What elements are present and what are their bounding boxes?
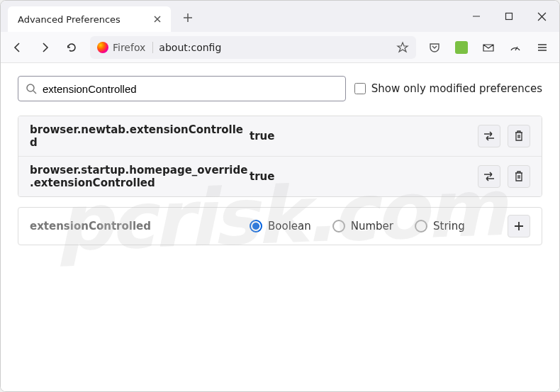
show-modified-label: Show only modified preferences xyxy=(371,82,542,95)
close-tab-icon[interactable] xyxy=(151,13,164,26)
browser-tab[interactable]: Advanced Preferences xyxy=(8,6,171,32)
type-label: Boolean xyxy=(268,220,311,233)
radio-icon xyxy=(332,220,345,233)
new-tab-button[interactable] xyxy=(177,6,199,29)
url-bar[interactable]: Firefox about:config xyxy=(90,36,416,59)
nav-toolbar: Firefox about:config xyxy=(1,32,559,63)
identity-box[interactable]: Firefox xyxy=(97,42,153,53)
toggle-button[interactable] xyxy=(478,125,500,147)
titlebar: Advanced Preferences xyxy=(1,1,559,32)
toggle-button[interactable] xyxy=(478,165,500,188)
gauge-icon[interactable] xyxy=(504,36,527,59)
radio-icon xyxy=(415,220,427,233)
pocket-icon[interactable] xyxy=(423,36,446,59)
svg-point-1 xyxy=(27,84,34,91)
preference-value: true xyxy=(250,170,478,183)
delete-button[interactable] xyxy=(508,125,530,147)
close-window-button[interactable] xyxy=(525,1,558,32)
forward-button[interactable] xyxy=(33,36,56,59)
preference-value: true xyxy=(250,130,478,142)
bookmark-star-icon[interactable] xyxy=(396,41,409,54)
maximize-button[interactable] xyxy=(493,1,525,32)
show-modified-checkbox[interactable] xyxy=(354,83,366,94)
content-area: Show only modified preferences browser.n… xyxy=(1,63,559,391)
search-icon xyxy=(26,83,37,94)
show-modified-checkbox-row[interactable]: Show only modified preferences xyxy=(354,82,542,95)
minimize-button[interactable] xyxy=(460,1,493,32)
type-label: String xyxy=(433,220,465,233)
menu-button[interactable] xyxy=(531,36,554,59)
preference-list: browser.newtab.extensionControlled true … xyxy=(18,116,542,197)
preference-row: browser.startup.homepage_override.extens… xyxy=(18,157,542,196)
type-options: Boolean Number String xyxy=(250,220,508,233)
add-button[interactable] xyxy=(508,215,530,237)
type-boolean[interactable]: Boolean xyxy=(250,220,311,233)
type-string[interactable]: String xyxy=(415,220,465,233)
mail-icon[interactable] xyxy=(477,36,500,59)
search-input[interactable] xyxy=(43,83,338,95)
type-label: Number xyxy=(351,220,393,233)
reload-button[interactable] xyxy=(60,36,83,59)
tab-title: Advanced Preferences xyxy=(15,14,151,25)
search-box[interactable] xyxy=(18,76,346,101)
svg-rect-0 xyxy=(506,13,513,20)
firefox-icon xyxy=(97,42,108,53)
preference-name: browser.startup.homepage_override.extens… xyxy=(30,164,250,189)
identity-label: Firefox xyxy=(113,42,145,53)
url-text: about:config xyxy=(159,42,396,53)
radio-icon xyxy=(250,220,262,233)
preference-row: browser.newtab.extensionControlled true xyxy=(18,116,542,157)
preference-name: browser.newtab.extensionControlled xyxy=(30,123,250,149)
new-preference-name: extensionControlled xyxy=(30,220,250,233)
extension-icon[interactable] xyxy=(450,36,473,59)
back-button[interactable] xyxy=(6,36,29,59)
new-preference-row: extensionControlled Boolean Number Strin… xyxy=(18,207,542,245)
delete-button[interactable] xyxy=(508,165,530,188)
type-number[interactable]: Number xyxy=(332,220,393,233)
